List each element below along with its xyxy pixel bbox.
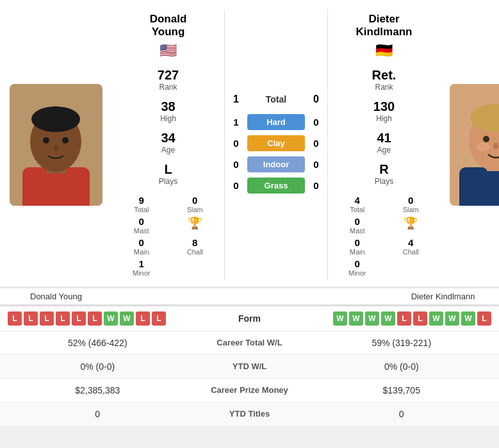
player1-total-stat: 9 Total <box>119 195 165 213</box>
stat-row: 52% (466-422)Career Total W/L59% (319-22… <box>0 331 499 354</box>
form-badge: L <box>136 311 150 326</box>
player2-slam-label: Slam <box>388 206 434 213</box>
form-badge: W <box>381 311 395 326</box>
form-badge: L <box>24 311 38 326</box>
form-badge: L <box>88 311 102 326</box>
player1-trophy-cell: 🏆 <box>172 216 218 235</box>
stat-row-center-2: Career Prize Money <box>186 385 314 395</box>
stat-row-right-0: 59% (319-221) <box>314 338 490 348</box>
player2-trophy-icon: 🏆 <box>404 216 418 230</box>
player1-slam-label: Slam <box>172 206 218 213</box>
stat-row: 0% (0-0)YTD W/L0% (0-0) <box>0 354 499 378</box>
player1-chall-value: 8 <box>172 237 218 248</box>
form-badge: L <box>397 311 411 326</box>
player1-chall-label: Chall <box>172 248 218 256</box>
clay-button[interactable]: Clay <box>247 135 305 151</box>
player-section: Donald Young 🇺🇸 727 Rank 38 High 34 Age … <box>0 0 499 288</box>
player2-stats-grid: 4 Total 0 Slam 0 Mast 🏆 0 Main <box>334 195 434 277</box>
form-badge: W <box>461 311 475 326</box>
form-badge: L <box>8 311 22 326</box>
player1-photo <box>0 10 112 280</box>
player1-stats-grid: 9 Total 0 Slam 0 Mast 🏆 0 Main <box>119 195 218 277</box>
stat-row-right-1: 0% (0-0) <box>314 361 490 372</box>
player2-age-value: 41 <box>377 131 391 145</box>
form-badge: W <box>349 311 363 326</box>
player2-high-value: 130 <box>373 99 395 114</box>
p2-indoor-score: 0 <box>305 159 327 170</box>
total-label: Total <box>247 94 305 104</box>
player1-name-below: Donald Young <box>0 288 112 304</box>
stat-row-left-0: 52% (466-422) <box>10 338 186 348</box>
player2-chall-stat: 4 Chall <box>388 237 434 256</box>
form-badge: L <box>56 311 70 326</box>
player2-photo-circle <box>450 84 499 206</box>
names-row: Donald Young Dieter Kindlmann <box>0 288 499 306</box>
player1-total-label: Total <box>119 206 165 213</box>
form-section: LLLLLLWWLL Form WWWWLLWWWL <box>0 306 499 331</box>
player1-age-value: 34 <box>161 131 175 145</box>
grass-row: 0 Grass 0 <box>225 178 327 194</box>
player1-name-line2: Young <box>152 26 185 38</box>
player1-trophy-icon: 🏆 <box>188 216 202 230</box>
p2-hard-score: 0 <box>305 117 327 128</box>
player1-minor-stat: 1 Minor <box>119 258 165 277</box>
player1-total-value: 9 <box>119 195 165 206</box>
player1-main-stat: 0 Main <box>119 237 165 256</box>
player1-high-block: 38 High <box>160 99 176 123</box>
svg-point-5 <box>43 137 49 144</box>
player2-main-label: Main <box>334 248 380 256</box>
player2-total-stat: 4 Total <box>334 195 380 213</box>
player1-photo-circle <box>10 84 102 206</box>
form-badge: W <box>445 311 459 326</box>
player2-name-line2: Kindlmann <box>356 26 413 38</box>
p1-total-score: 1 <box>225 94 247 105</box>
indoor-button[interactable]: Indoor <box>247 156 305 172</box>
stat-row-right-2: $139,705 <box>314 385 490 395</box>
player2-chall-value: 4 <box>388 237 434 248</box>
player1-flag: 🇺🇸 <box>160 42 177 59</box>
player2-minor-stat: 0 Minor <box>334 258 380 277</box>
player1-slam-stat: 0 Slam <box>172 195 218 213</box>
player2-slam-value: 0 <box>388 195 434 206</box>
player1-name: Donald Young <box>150 13 187 39</box>
hard-button[interactable]: Hard <box>247 114 305 130</box>
player2-form-badges: WWWWLLWWWL <box>333 311 491 326</box>
stat-row-left-1: 0% (0-0) <box>10 361 186 372</box>
player1-stats: Donald Young 🇺🇸 727 Rank 38 High 34 Age … <box>112 10 224 280</box>
svg-rect-9 <box>459 167 499 206</box>
svg-point-7 <box>53 145 58 151</box>
clay-row: 0 Clay 0 <box>225 135 327 151</box>
player1-form-badges: LLLLLLWWLL <box>8 311 166 326</box>
player1-avatar-svg <box>10 84 102 206</box>
svg-point-17 <box>493 143 498 149</box>
player1-age-label: Age <box>161 145 175 154</box>
player1-minor-label: Minor <box>119 269 165 277</box>
p2-total-score: 0 <box>305 94 327 105</box>
player2-name: Dieter Kindlmann <box>356 13 413 39</box>
form-badge: W <box>365 311 379 326</box>
form-badge: L <box>72 311 86 326</box>
player2-high-label: High <box>373 114 395 123</box>
player2-mast-stat: 0 Mast <box>334 216 380 235</box>
player1-rank-block: 727 Rank <box>158 68 179 92</box>
p1-grass-score: 0 <box>225 180 247 191</box>
svg-point-15 <box>483 136 489 142</box>
p1-hard-score: 1 <box>225 117 247 128</box>
player2-name-line1: Dieter <box>368 13 399 25</box>
player2-photo <box>440 10 499 280</box>
player2-flag: 🇩🇪 <box>375 42 393 59</box>
player1-slam-value: 0 <box>172 195 218 206</box>
form-badge: W <box>120 311 134 326</box>
player2-mast-label: Mast <box>334 227 380 235</box>
player1-age-block: 34 Age <box>161 131 175 154</box>
player2-minor-value: 0 <box>334 258 380 269</box>
player2-total-label: Total <box>334 206 380 213</box>
player2-trophy-cell: 🏆 <box>388 216 434 235</box>
stat-row-left-3: 0 <box>10 409 186 419</box>
svg-point-13 <box>477 142 489 151</box>
player2-name-below: Dieter Kindlmann <box>387 288 499 304</box>
player2-minor-label: Minor <box>334 269 380 277</box>
player2-chall-label: Chall <box>388 248 434 256</box>
main-container: Donald Young 🇺🇸 727 Rank 38 High 34 Age … <box>0 0 499 426</box>
grass-button[interactable]: Grass <box>247 178 305 194</box>
